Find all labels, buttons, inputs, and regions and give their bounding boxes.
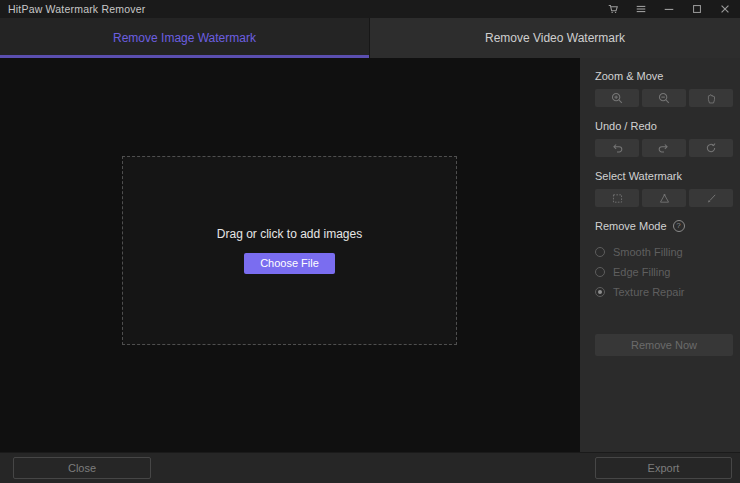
zoom-out-button[interactable] [642,89,686,107]
polygon-select-button[interactable] [642,189,686,207]
zoom-move-buttons [595,89,733,107]
menu-icon[interactable] [634,2,648,16]
tab-label: Remove Image Watermark [113,31,256,45]
close-button[interactable]: Close [13,457,151,479]
minimize-icon[interactable] [662,2,676,16]
info-icon[interactable]: ? [673,220,685,232]
main-content: Drag or click to add images Choose File … [0,58,740,452]
cart-icon[interactable] [606,2,620,16]
select-watermark-section-title: Select Watermark [595,170,733,182]
zoom-move-section-title: Zoom & Move [595,70,733,82]
export-button[interactable]: Export [595,457,732,479]
title-bar: HitPaw Watermark Remover [0,0,740,18]
marquee-select-button[interactable] [595,189,639,207]
redo-button[interactable] [642,139,686,157]
close-icon[interactable] [718,2,732,16]
mode-option-texture-repair[interactable]: Texture Repair [595,282,733,302]
window-controls [606,2,732,16]
radio-icon [595,247,605,257]
tab-remove-video-watermark[interactable]: Remove Video Watermark [370,18,740,58]
remove-mode-header: Remove Mode ? [595,220,733,232]
brush-select-button[interactable] [689,189,733,207]
remove-now-button[interactable]: Remove Now [595,334,733,356]
image-canvas: Drag or click to add images Choose File [0,58,580,452]
drop-hint-text: Drag or click to add images [217,227,362,241]
tab-label: Remove Video Watermark [485,31,625,45]
mode-option-smooth-filling[interactable]: Smooth Filling [595,242,733,262]
remove-mode-section-title: Remove Mode [595,220,667,232]
select-watermark-buttons [595,189,733,207]
undo-redo-buttons [595,139,733,157]
maximize-icon[interactable] [690,2,704,16]
tab-remove-image-watermark[interactable]: Remove Image Watermark [0,18,370,58]
undo-button[interactable] [595,139,639,157]
undo-redo-section-title: Undo / Redo [595,120,733,132]
tab-bar: Remove Image Watermark Remove Video Wate… [0,18,740,58]
file-drop-zone[interactable]: Drag or click to add images Choose File [122,156,457,345]
footer-bar: Close Export [0,452,740,483]
hand-move-button[interactable] [689,89,733,107]
app-window: HitPaw Watermark Remover [0,0,740,483]
tool-panel: Zoom & Move [580,58,740,452]
mode-option-edge-filling[interactable]: Edge Filling [595,262,733,282]
reset-button[interactable] [689,139,733,157]
window-title: HitPaw Watermark Remover [8,3,145,15]
radio-icon [595,287,605,297]
radio-icon [595,267,605,277]
choose-file-button[interactable]: Choose File [244,253,335,274]
zoom-in-button[interactable] [595,89,639,107]
